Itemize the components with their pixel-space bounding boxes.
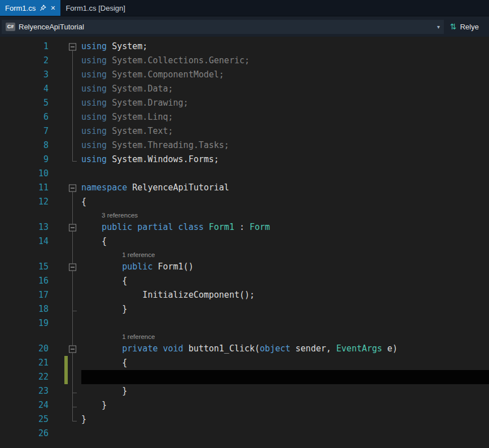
code-row: 12{: [0, 195, 489, 209]
outline-end-bracket: [72, 398, 77, 407]
line-number: 10: [0, 167, 52, 181]
code-token: System.Linq;: [107, 112, 173, 122]
code-area[interactable]: 1using System;2using System.Collections.…: [0, 37, 489, 448]
code-text[interactable]: {: [81, 274, 489, 288]
code-token: sender,: [290, 343, 336, 354]
code-token: }: [81, 414, 86, 424]
collapse-toggle-icon[interactable]: [69, 263, 76, 271]
collapse-toggle-icon[interactable]: [69, 345, 76, 353]
code-text[interactable]: using System.ComponentModel;: [81, 68, 489, 82]
close-icon[interactable]: ✕: [50, 5, 55, 11]
code-text[interactable]: }: [81, 398, 489, 412]
editor-margin: [52, 110, 81, 124]
line-number: 9: [0, 153, 52, 167]
collapse-toggle-icon[interactable]: [69, 43, 76, 50]
project-dropdown[interactable]: C# RelyenceApiTutorial ▾: [2, 20, 444, 34]
line-number: 3: [0, 68, 52, 82]
code-text[interactable]: public Form1(): [81, 260, 489, 274]
line-number: 22: [0, 370, 52, 384]
code-token: using: [81, 140, 107, 150]
editor-margin: [52, 153, 81, 167]
code-text[interactable]: using System.Threading.Tasks;: [81, 138, 489, 153]
line-number: 14: [0, 234, 52, 249]
code-row: 16{: [0, 274, 489, 288]
code-text[interactable]: using System;: [81, 40, 489, 54]
navigation-bar: C# RelyenceApiTutorial ▾ ⇅ Relye: [0, 16, 489, 37]
code-text[interactable]: }: [81, 384, 489, 398]
code-token: }: [122, 304, 127, 314]
code-text[interactable]: 1 reference: [81, 330, 489, 342]
code-text[interactable]: {: [81, 195, 489, 209]
member-dropdown[interactable]: ⇅ Relye: [444, 23, 489, 31]
outline-guide-line: [72, 124, 73, 138]
code-text[interactable]: [81, 316, 489, 330]
code-text[interactable]: [81, 370, 489, 384]
code-row: 2using System.Collections.Generic;: [0, 54, 489, 68]
code-row: 7using System.Text;: [0, 124, 489, 138]
code-token: {: [102, 236, 107, 246]
code-text[interactable]: private void button1_Click(object sender…: [81, 342, 489, 356]
code-text[interactable]: using System.Data;: [81, 82, 489, 96]
code-token: using: [81, 41, 107, 51]
code-token: using: [81, 126, 107, 136]
code-token: object: [260, 343, 290, 354]
code-row: 25}: [0, 412, 489, 427]
editor-margin: [52, 342, 81, 356]
collapse-toggle-icon[interactable]: [69, 224, 76, 231]
codelens-references[interactable]: 1 reference: [122, 333, 155, 340]
code-text[interactable]: using System.Linq;: [81, 110, 489, 124]
tab-form1-cs[interactable]: Form1.cs ✕: [0, 0, 60, 16]
code-text[interactable]: }: [81, 302, 489, 316]
code-token: InitializeComponent();: [142, 290, 255, 300]
code-text[interactable]: public partial class Form1 : Form: [81, 220, 489, 234]
editor-margin: [52, 181, 81, 195]
codelens-row: 1 reference: [0, 249, 489, 260]
line-number: 5: [0, 96, 52, 110]
code-text[interactable]: [81, 427, 489, 441]
code-text[interactable]: InitializeComponent();: [81, 288, 489, 302]
code-text[interactable]: 1 reference: [81, 249, 489, 260]
editor-margin: [52, 195, 81, 209]
line-number: 13: [0, 220, 52, 234]
code-text[interactable]: using System.Windows.Forms;: [81, 153, 489, 167]
codelens-references[interactable]: 3 references: [102, 212, 138, 219]
editor-margin: [52, 138, 81, 153]
chevron-down-icon[interactable]: ▾: [437, 24, 440, 30]
code-row: 4using System.Data;: [0, 82, 489, 96]
outline-guide-line: [72, 96, 73, 110]
code-text[interactable]: {: [81, 234, 489, 249]
code-row: 14{: [0, 234, 489, 249]
code-token: using: [81, 84, 107, 94]
line-number: [0, 209, 52, 220]
line-number: 12: [0, 195, 52, 209]
tab-form1-cs-design[interactable]: Form1.cs [Design]: [60, 0, 130, 16]
codelens-references[interactable]: 1 reference: [122, 251, 155, 258]
outline-guide-line: [72, 370, 73, 384]
code-text[interactable]: 3 references: [81, 209, 489, 220]
editor-margin: [52, 220, 81, 234]
editor-margin: [52, 316, 81, 330]
line-number: 17: [0, 288, 52, 302]
code-text[interactable]: using System.Collections.Generic;: [81, 54, 489, 68]
outline-guide-line: [72, 249, 73, 260]
code-text[interactable]: [81, 167, 489, 181]
code-text[interactable]: namespace RelyenceApiTutorial: [81, 181, 489, 195]
collapse-toggle-icon[interactable]: [69, 184, 76, 192]
code-text[interactable]: using System.Drawing;: [81, 96, 489, 110]
editor-margin: [52, 398, 81, 412]
outline-end-bracket: [72, 153, 77, 162]
line-number: 8: [0, 138, 52, 153]
code-text[interactable]: }: [81, 412, 489, 427]
editor-margin: [52, 40, 81, 54]
line-number: 2: [0, 54, 52, 68]
pin-icon[interactable]: [40, 5, 46, 11]
outline-guide-line: [72, 110, 73, 124]
code-text[interactable]: {: [81, 356, 489, 370]
code-text[interactable]: using System.Text;: [81, 124, 489, 138]
line-number: 11: [0, 181, 52, 195]
code-row: 10: [0, 167, 489, 181]
line-number: 7: [0, 124, 52, 138]
editor-margin: [52, 167, 81, 181]
line-number: 1: [0, 40, 52, 54]
outline-guide-line: [72, 288, 73, 302]
